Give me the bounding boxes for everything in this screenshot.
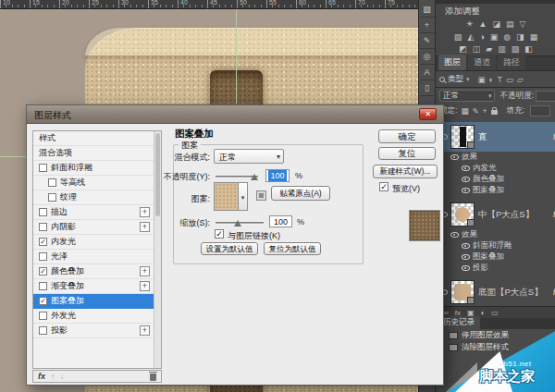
lock-option-icon[interactable]: ▦ [461,106,468,116]
opacity-slider-thumb[interactable] [251,174,258,180]
preview-checkbox[interactable] [379,182,388,191]
tool-icon[interactable]: ✎ [420,33,435,49]
filter-kind-icon[interactable]: ▱ [517,75,524,84]
style-item[interactable]: 渐变叠加 [33,279,161,294]
link-with-layer-checkbox[interactable] [215,229,224,239]
adjustment-icon[interactable]: ▲ [479,18,487,30]
adjustment-icon[interactable]: ◧ [524,43,533,55]
adjustment-icon[interactable]: ◑ [479,31,484,43]
add-instance-icon[interactable] [140,325,150,336]
layers-footer-icon[interactable]: ◐ [481,308,486,318]
style-item[interactable]: 外发光 [33,309,161,324]
adjustment-icon[interactable]: ☀ [466,18,474,30]
adjustment-icon[interactable]: ▰ [486,43,492,55]
panel-tab[interactable]: 通道 [468,55,496,70]
dialog-title-bar[interactable]: 图层样式 [27,105,443,124]
visibility-toggle[interactable] [458,243,473,249]
visibility-toggle[interactable] [458,165,473,171]
layer-thumbnail[interactable] [450,202,475,227]
reset-default-button[interactable]: 复位为默认值 [264,242,321,255]
lock-option-icon[interactable]: ✎ [472,106,478,116]
lock-all-icon[interactable] [491,110,498,115]
tool-icon[interactable]: ▯ [420,80,435,96]
adjustment-icon[interactable]: ▤ [506,18,514,30]
panel-tab[interactable]: 图层 [438,55,466,70]
adjustment-icon[interactable]: ▧ [454,31,462,43]
layer-row[interactable]: 投影 [436,263,555,274]
tool-icon[interactable]: ▧ [420,2,435,18]
adjustment-icon[interactable]: ▣ [490,31,499,43]
adjustment-icon[interactable]: ▥ [498,43,506,55]
scale-value-field[interactable]: 100 [269,215,292,227]
filter-type-dropdown[interactable]: 类型 [448,74,463,85]
adjustment-icon[interactable]: ◪ [493,18,501,30]
style-checkbox[interactable] [39,282,47,290]
adjustment-icon[interactable]: ◩ [459,43,467,55]
visibility-toggle[interactable] [447,232,462,238]
layer-row[interactable]: 效果 [436,152,555,163]
adjustment-icon[interactable]: ▦ [530,31,538,43]
adjustment-icon[interactable]: ◫ [473,43,481,55]
styles-scrollbar[interactable] [154,131,161,368]
layer-row[interactable]: 内发光 [436,163,555,174]
style-checkbox[interactable] [39,208,47,216]
style-checkbox[interactable] [39,297,47,305]
style-item[interactable]: 颜色叠加 [33,264,161,279]
fx-icon[interactable]: fx [38,372,45,381]
layer-row[interactable]: 底面【P大点S】 fx [436,277,555,306]
layer-row[interactable]: 颜色叠加 [436,174,555,185]
style-item[interactable]: 光泽 [33,250,161,264]
style-checkbox[interactable] [39,238,47,246]
opacity-value-box[interactable] [536,91,555,102]
style-checkbox[interactable] [39,326,47,335]
new-preset-icon[interactable] [256,190,266,201]
history-item[interactable]: 停用图层效果 [436,329,555,341]
adjustment-icon[interactable]: ▨ [512,43,520,55]
style-checkbox[interactable] [48,193,56,202]
tool-icon[interactable]: + [420,18,435,33]
move-up-icon[interactable]: ↑ [51,373,55,381]
opacity-value-field[interactable]: 100 [265,169,290,182]
horizontal-ruler[interactable]: 10 15 20 25 30 35 40 [0,0,418,9]
style-item[interactable]: 投影 [33,324,161,338]
close-button[interactable]: ✕ [419,108,437,120]
layer-thumbnail[interactable] [450,125,475,149]
filter-kind-icon[interactable]: ◐ [489,75,494,84]
ok-button[interactable]: 确定 [378,129,436,143]
layers-footer-icon[interactable]: ▭ [491,308,499,318]
layer-row[interactable]: 斜面和浮雕 [436,240,555,251]
style-checkbox[interactable] [39,164,47,172]
style-checkbox[interactable] [39,312,47,320]
blend-mode-select[interactable]: 正常 [439,90,495,102]
style-checkbox[interactable] [39,267,47,276]
tool-icon[interactable]: A [420,65,435,80]
layer-row[interactable]: 直 fx [436,122,555,152]
visibility-toggle[interactable] [458,188,473,193]
visibility-toggle[interactable] [458,265,473,271]
lock-option-icon[interactable]: + [483,106,487,116]
layer-thumbnail[interactable] [450,280,475,304]
fill-value-box[interactable] [530,105,550,116]
adjustment-icon[interactable]: ◍ [503,31,511,43]
tool-icon[interactable]: ◎ [420,49,435,65]
scale-slider-thumb[interactable] [234,220,241,227]
blend-mode-dropdown[interactable]: 正常 [214,149,284,164]
style-checkbox[interactable] [48,178,56,187]
panel-tab[interactable]: 路径 [498,55,525,70]
new-style-button[interactable]: 新建样式(W)... [373,165,438,178]
set-default-button[interactable]: 设置为默认值 [201,242,258,255]
visibility-toggle[interactable] [447,154,462,160]
add-instance-icon[interactable] [140,281,150,291]
pattern-swatch[interactable] [214,182,239,211]
visibility-toggle[interactable] [458,254,473,260]
style-item[interactable]: 内发光 [33,235,161,250]
layer-row[interactable]: 效果 [436,229,555,240]
style-checkbox[interactable] [39,223,47,231]
visibility-toggle[interactable] [458,177,473,182]
filter-kind-icon[interactable]: T [498,75,502,84]
adjustment-icon[interactable]: ◭ [467,31,474,43]
filter-kind-icon[interactable]: ▭ [506,75,513,84]
layer-row[interactable]: 中【P大点S】 fx [436,200,555,229]
style-item[interactable]: 样式 [33,131,161,146]
delete-style-icon[interactable] [150,374,156,381]
